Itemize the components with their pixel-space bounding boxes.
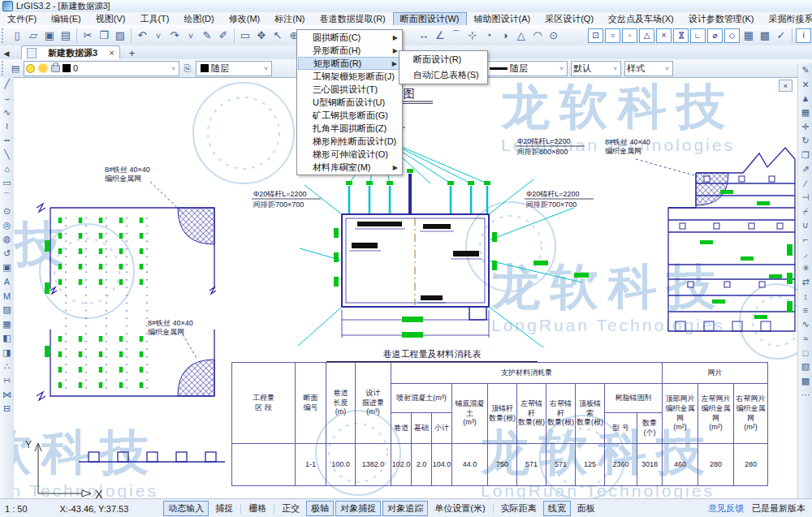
layer-on-icon[interactable] xyxy=(26,64,35,73)
feedback-link[interactable]: 意见反馈 xyxy=(708,502,744,515)
boundary-icon[interactable]: ⊟ xyxy=(1,402,14,416)
draworder-icon[interactable]: ⋯ xyxy=(799,388,812,402)
chevron-down-icon[interactable]: ˅ xyxy=(170,65,177,72)
menu-item-round-arch[interactable]: 圆拱断面(C)▶ xyxy=(298,31,401,44)
draw-center-square-icon[interactable]: ⊡ xyxy=(588,28,603,43)
wave-icon[interactable]: ≀ xyxy=(1,119,14,133)
menu-item-irregular[interactable]: 异形断面(H)▶ xyxy=(298,44,401,57)
menu-modify[interactable]: 修改(M) xyxy=(222,12,268,26)
measure-azimuth-2-icon[interactable]: ◑ xyxy=(497,28,513,44)
chevron-down-icon[interactable]: ˅ xyxy=(558,65,565,72)
menu-item-trapezoid-rigid[interactable]: 梯形刚性断面设计(D) xyxy=(298,135,401,148)
measure-distance-icon[interactable]: ↔ xyxy=(416,28,432,44)
open-icon[interactable]: ▱ xyxy=(25,28,41,44)
menu-item-three-center-arch[interactable]: 三心圆拱设计(T) xyxy=(298,83,401,96)
trim-icon[interactable]: ⊣ xyxy=(799,191,812,205)
menu-item-trapezoid-flexible[interactable]: 梯形可伸缩设计(O) xyxy=(298,148,401,161)
toggle-ortho[interactable]: 正交 xyxy=(277,501,304,516)
menu-item-corner-semicircle[interactable]: 扎角半圆拱断面(Z) xyxy=(298,122,401,135)
text-single-icon[interactable]: A xyxy=(1,274,14,288)
new-icon[interactable]: ▯ xyxy=(9,28,25,44)
measure-angle-icon[interactable]: ∠ xyxy=(432,28,448,44)
measure-slope-icon[interactable]: △ xyxy=(513,28,529,44)
measure-azimuth-icon[interactable]: ◔ xyxy=(481,28,497,44)
menu-junction-yard[interactable]: 交岔点及车场(X) xyxy=(601,12,681,26)
measure-point-icon[interactable]: ⊙ xyxy=(546,28,562,44)
toggle-unit-setting[interactable]: 单位设置(米) xyxy=(430,501,490,516)
spline-icon[interactable]: ∿ xyxy=(1,106,14,119)
menu-tools[interactable]: 工具(T) xyxy=(132,12,176,26)
toggle-object-track[interactable]: 对象追踪 xyxy=(382,501,428,516)
layer-combo[interactable]: 0 ˅ xyxy=(24,61,179,76)
menu-roadway-extract[interactable]: 巷道数据提取(R) xyxy=(313,12,393,26)
cut-icon[interactable]: ✂ xyxy=(80,28,96,44)
toggle-actual-distance[interactable]: 实际距离 xyxy=(496,501,542,516)
polygon-icon[interactable]: ⌂ xyxy=(1,162,14,175)
menu-item-material-chamber[interactable]: 材料库硐室(M)▶ xyxy=(298,161,401,174)
copy-object-icon[interactable]: ❐ xyxy=(799,148,812,162)
toggle-grid[interactable]: 栅格 xyxy=(244,501,271,516)
polyline-icon[interactable]: ⌣ xyxy=(1,91,14,105)
tab-document[interactable]: 新建数据源3 × xyxy=(21,45,120,59)
chevron-down-icon[interactable]: ˅ xyxy=(262,65,270,72)
plot-icon[interactable]: ⎘ xyxy=(181,62,194,75)
format-brush-icon[interactable]: ✎ xyxy=(199,28,215,44)
break-icon[interactable]: ∪ xyxy=(799,218,812,232)
mirror-icon[interactable]: ▲ xyxy=(799,92,812,106)
insert-block-icon[interactable]: ◨ xyxy=(1,345,14,359)
measure-arc-2-icon[interactable]: ◠ xyxy=(529,28,546,44)
menu-file[interactable]: 文件(F) xyxy=(0,12,44,26)
undo-icon[interactable]: ↶ xyxy=(134,28,150,44)
menu-item-rectangular[interactable]: 矩形断面(R)▶ xyxy=(298,57,401,70)
tab-close-icon[interactable]: × xyxy=(109,48,114,58)
construction-line-icon[interactable]: ╍ xyxy=(1,134,14,148)
linetype-combo[interactable]: 随层 ˅ xyxy=(485,61,568,76)
select-icon[interactable]: ↖ xyxy=(270,28,286,44)
confirm-icon[interactable]: ✓ xyxy=(773,28,789,44)
draw-diameter-icon[interactable]: ⌀ xyxy=(707,28,723,43)
revcloud-icon[interactable]: ↺ xyxy=(1,247,14,261)
chamfer-icon[interactable]: ◞ xyxy=(799,247,812,261)
donut-icon[interactable]: ◍ xyxy=(1,232,14,246)
undo-dropdown-icon[interactable]: ˅ xyxy=(150,28,166,44)
rectangle-icon[interactable]: ▭ xyxy=(1,176,14,190)
submenu-item-auto-summary-table[interactable]: 自动汇总表格(S) xyxy=(400,67,486,83)
measure-arc-icon[interactable]: ⌒ xyxy=(448,28,464,44)
copy-icon[interactable]: ❐ xyxy=(96,28,112,44)
layer-thaw-icon[interactable] xyxy=(39,64,47,72)
plotstyle-combo[interactable]: 样式 ˅ xyxy=(624,61,673,76)
menu-view[interactable]: 视图(V) xyxy=(89,12,133,26)
submenu-item-section-design[interactable]: 断面设计(R) xyxy=(400,52,486,67)
toggle-object-snap[interactable]: 对象捕捉 xyxy=(335,501,381,516)
color-combo[interactable]: 随层 ˅ xyxy=(196,61,272,76)
menu-edit[interactable]: 编辑(E) xyxy=(44,12,89,26)
ray-icon[interactable]: ╲ xyxy=(1,148,14,162)
draw-hourglass-icon[interactable]: ⋈ xyxy=(673,28,689,43)
print-icon[interactable]: ▤ xyxy=(58,28,74,44)
toggle-polar[interactable]: 极轴 xyxy=(306,501,334,516)
solid-icon[interactable]: ▧ xyxy=(799,360,812,373)
stretch-icon[interactable]: ⇗ xyxy=(799,162,812,176)
move-icon[interactable]: ✛ xyxy=(799,120,812,134)
toggle-dynamic-input[interactable]: 动态输入 xyxy=(163,501,209,516)
point-icon[interactable]: ∴ xyxy=(1,360,14,373)
menu-draw[interactable]: 绘图(D) xyxy=(176,12,221,26)
pan-icon[interactable]: ✥ xyxy=(253,28,270,44)
tab-scroll-left-icon[interactable]: ◀ xyxy=(0,47,13,59)
menu-item-mine-steel-arch[interactable]: 矿工钢拱形断面(G) xyxy=(298,109,401,122)
menu-section-design[interactable]: 断面图设计(W) xyxy=(393,12,467,26)
toggle-panel[interactable]: 面板 xyxy=(572,501,600,516)
arc-icon[interactable]: ⌒ xyxy=(1,190,14,204)
redo-icon[interactable]: ↷ xyxy=(166,28,183,44)
drawing-canvas[interactable]: 龙软科技LongRuan Technologies 龙软科技LongRuan T… xyxy=(14,77,797,499)
menu-item-u-steel[interactable]: U型钢断面设计(U) xyxy=(298,96,401,109)
draw-perpendicular-icon[interactable]: ∟ xyxy=(690,28,706,43)
align-icon[interactable]: ↕ xyxy=(799,289,812,303)
measure-coordinate-icon[interactable]: ⊹ xyxy=(464,28,481,44)
menu-item-steel-shed-rect[interactable]: 工钢架棚矩形断面(J) xyxy=(298,70,401,83)
draw-circle-icon[interactable]: ○ xyxy=(605,28,620,43)
viewport-icon[interactable]: ▭ xyxy=(237,28,253,44)
fillet-icon[interactable]: ✳ xyxy=(799,261,812,274)
info-icon[interactable]: i xyxy=(796,28,811,43)
redo-dropdown-icon[interactable]: ˅ xyxy=(183,28,199,44)
